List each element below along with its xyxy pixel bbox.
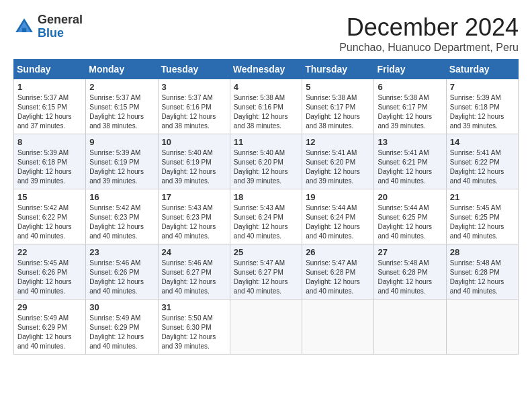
day-info: Sunrise: 5:38 AM Sunset: 6:17 PM Dayligh…: [306, 93, 370, 131]
calendar-day-cell: 13Sunrise: 5:41 AM Sunset: 6:21 PM Dayli…: [374, 134, 446, 189]
calendar-day-cell: 20Sunrise: 5:44 AM Sunset: 6:25 PM Dayli…: [374, 189, 446, 244]
day-number: 26: [306, 247, 370, 257]
day-info: Sunrise: 5:40 AM Sunset: 6:20 PM Dayligh…: [234, 148, 298, 186]
calendar-table: SundayMondayTuesdayWednesdayThursdayFrid…: [13, 59, 519, 355]
weekday-header-saturday: Saturday: [446, 60, 518, 79]
calendar-day-cell: 28Sunrise: 5:48 AM Sunset: 6:28 PM Dayli…: [446, 244, 518, 300]
day-info: Sunrise: 5:48 AM Sunset: 6:28 PM Dayligh…: [450, 259, 515, 296]
calendar-day-cell: 3Sunrise: 5:37 AM Sunset: 6:16 PM Daylig…: [158, 79, 230, 134]
day-info: Sunrise: 5:44 AM Sunset: 6:25 PM Dayligh…: [378, 203, 442, 241]
calendar-week-row: 22Sunrise: 5:45 AM Sunset: 6:26 PM Dayli…: [14, 244, 519, 300]
calendar-day-cell: 21Sunrise: 5:45 AM Sunset: 6:25 PM Dayli…: [446, 189, 518, 244]
day-info: Sunrise: 5:41 AM Sunset: 6:22 PM Dayligh…: [450, 148, 515, 186]
calendar-day-cell: 8Sunrise: 5:39 AM Sunset: 6:18 PM Daylig…: [14, 134, 86, 189]
calendar-day-cell: 11Sunrise: 5:40 AM Sunset: 6:20 PM Dayli…: [230, 134, 302, 189]
calendar-day-cell: 25Sunrise: 5:47 AM Sunset: 6:27 PM Dayli…: [230, 244, 302, 300]
location-subtitle: Punchao, Huanuco Department, Peru: [339, 42, 519, 54]
day-number: 4: [234, 82, 298, 92]
day-info: Sunrise: 5:41 AM Sunset: 6:20 PM Dayligh…: [306, 148, 370, 186]
calendar-day-cell: 18Sunrise: 5:43 AM Sunset: 6:24 PM Dayli…: [230, 189, 302, 244]
day-info: Sunrise: 5:45 AM Sunset: 6:25 PM Dayligh…: [450, 203, 515, 241]
calendar-day-cell: 26Sunrise: 5:47 AM Sunset: 6:28 PM Dayli…: [302, 244, 374, 300]
day-number: 30: [89, 302, 154, 312]
calendar-day-cell: 10Sunrise: 5:40 AM Sunset: 6:19 PM Dayli…: [158, 134, 230, 189]
day-info: Sunrise: 5:46 AM Sunset: 6:27 PM Dayligh…: [162, 259, 226, 296]
day-info: Sunrise: 5:42 AM Sunset: 6:23 PM Dayligh…: [89, 203, 154, 241]
calendar-day-cell: 2Sunrise: 5:37 AM Sunset: 6:15 PM Daylig…: [86, 79, 158, 134]
day-number: 25: [234, 247, 298, 257]
title-block: December 2024 Punchao, Huanuco Departmen…: [339, 13, 519, 54]
day-number: 23: [89, 247, 154, 257]
weekday-header-monday: Monday: [86, 60, 158, 79]
calendar-day-cell: 24Sunrise: 5:46 AM Sunset: 6:27 PM Dayli…: [158, 244, 230, 300]
day-info: Sunrise: 5:37 AM Sunset: 6:16 PM Dayligh…: [162, 93, 226, 131]
weekday-header-friday: Friday: [374, 60, 446, 79]
day-info: Sunrise: 5:45 AM Sunset: 6:26 PM Dayligh…: [17, 259, 82, 296]
weekday-header-tuesday: Tuesday: [158, 60, 230, 79]
day-number: 22: [17, 247, 82, 257]
calendar-day-cell: 30Sunrise: 5:49 AM Sunset: 6:29 PM Dayli…: [86, 300, 158, 355]
day-info: Sunrise: 5:39 AM Sunset: 6:19 PM Dayligh…: [89, 148, 154, 186]
calendar-day-cell: 1Sunrise: 5:37 AM Sunset: 6:15 PM Daylig…: [14, 79, 86, 134]
calendar-day-cell: 5Sunrise: 5:38 AM Sunset: 6:17 PM Daylig…: [302, 79, 374, 134]
calendar-week-row: 1Sunrise: 5:37 AM Sunset: 6:15 PM Daylig…: [14, 79, 519, 134]
day-info: Sunrise: 5:47 AM Sunset: 6:27 PM Dayligh…: [234, 259, 298, 296]
day-info: Sunrise: 5:37 AM Sunset: 6:15 PM Dayligh…: [89, 93, 154, 131]
calendar-week-row: 8Sunrise: 5:39 AM Sunset: 6:18 PM Daylig…: [14, 134, 519, 189]
calendar-day-cell: 9Sunrise: 5:39 AM Sunset: 6:19 PM Daylig…: [86, 134, 158, 189]
day-info: Sunrise: 5:39 AM Sunset: 6:18 PM Dayligh…: [450, 93, 515, 131]
weekday-header-wednesday: Wednesday: [230, 60, 302, 79]
logo-general-text: General: [38, 13, 83, 27]
calendar-day-cell: [302, 300, 374, 355]
logo-icon: [13, 16, 35, 38]
day-number: 18: [234, 192, 298, 202]
day-number: 7: [450, 82, 515, 92]
day-number: 12: [306, 137, 370, 147]
day-info: Sunrise: 5:43 AM Sunset: 6:24 PM Dayligh…: [234, 203, 298, 241]
day-info: Sunrise: 5:37 AM Sunset: 6:15 PM Dayligh…: [17, 93, 82, 131]
day-number: 6: [378, 82, 442, 92]
logo: General Blue: [13, 13, 83, 40]
day-info: Sunrise: 5:46 AM Sunset: 6:26 PM Dayligh…: [89, 259, 154, 296]
day-number: 29: [17, 302, 82, 312]
day-info: Sunrise: 5:40 AM Sunset: 6:19 PM Dayligh…: [162, 148, 226, 186]
day-number: 27: [378, 247, 442, 257]
calendar-day-cell: 29Sunrise: 5:49 AM Sunset: 6:29 PM Dayli…: [14, 300, 86, 355]
day-number: 5: [306, 82, 370, 92]
day-number: 19: [306, 192, 370, 202]
calendar-day-cell: 4Sunrise: 5:38 AM Sunset: 6:16 PM Daylig…: [230, 79, 302, 134]
calendar-day-cell: 14Sunrise: 5:41 AM Sunset: 6:22 PM Dayli…: [446, 134, 518, 189]
calendar-day-cell: 27Sunrise: 5:48 AM Sunset: 6:28 PM Dayli…: [374, 244, 446, 300]
day-number: 14: [450, 137, 515, 147]
calendar-day-cell: 16Sunrise: 5:42 AM Sunset: 6:23 PM Dayli…: [86, 189, 158, 244]
day-number: 8: [17, 137, 82, 147]
calendar-day-cell: 23Sunrise: 5:46 AM Sunset: 6:26 PM Dayli…: [86, 244, 158, 300]
logo-blue-text: Blue: [38, 27, 83, 40]
calendar-day-cell: 17Sunrise: 5:43 AM Sunset: 6:23 PM Dayli…: [158, 189, 230, 244]
day-number: 17: [162, 192, 226, 202]
calendar-day-cell: 31Sunrise: 5:50 AM Sunset: 6:30 PM Dayli…: [158, 300, 230, 355]
day-info: Sunrise: 5:38 AM Sunset: 6:16 PM Dayligh…: [234, 93, 298, 131]
day-number: 31: [162, 302, 226, 312]
day-number: 3: [162, 82, 226, 92]
calendar-day-cell: 12Sunrise: 5:41 AM Sunset: 6:20 PM Dayli…: [302, 134, 374, 189]
weekday-header-row: SundayMondayTuesdayWednesdayThursdayFrid…: [14, 60, 519, 79]
day-number: 20: [378, 192, 442, 202]
day-number: 13: [378, 137, 442, 147]
day-number: 28: [450, 247, 515, 257]
weekday-header-sunday: Sunday: [14, 60, 86, 79]
day-info: Sunrise: 5:49 AM Sunset: 6:29 PM Dayligh…: [89, 314, 154, 351]
month-title: December 2024: [339, 13, 519, 42]
svg-rect-2: [22, 28, 26, 32]
day-number: 15: [17, 192, 82, 202]
page-header: General Blue December 2024 Punchao, Huan…: [13, 13, 519, 54]
calendar-day-cell: 15Sunrise: 5:42 AM Sunset: 6:22 PM Dayli…: [14, 189, 86, 244]
day-number: 24: [162, 247, 226, 257]
day-info: Sunrise: 5:47 AM Sunset: 6:28 PM Dayligh…: [306, 259, 370, 296]
day-info: Sunrise: 5:42 AM Sunset: 6:22 PM Dayligh…: [17, 203, 82, 241]
day-number: 1: [17, 82, 82, 92]
day-number: 21: [450, 192, 515, 202]
day-info: Sunrise: 5:38 AM Sunset: 6:17 PM Dayligh…: [378, 93, 442, 131]
calendar-day-cell: [230, 300, 302, 355]
day-number: 11: [234, 137, 298, 147]
